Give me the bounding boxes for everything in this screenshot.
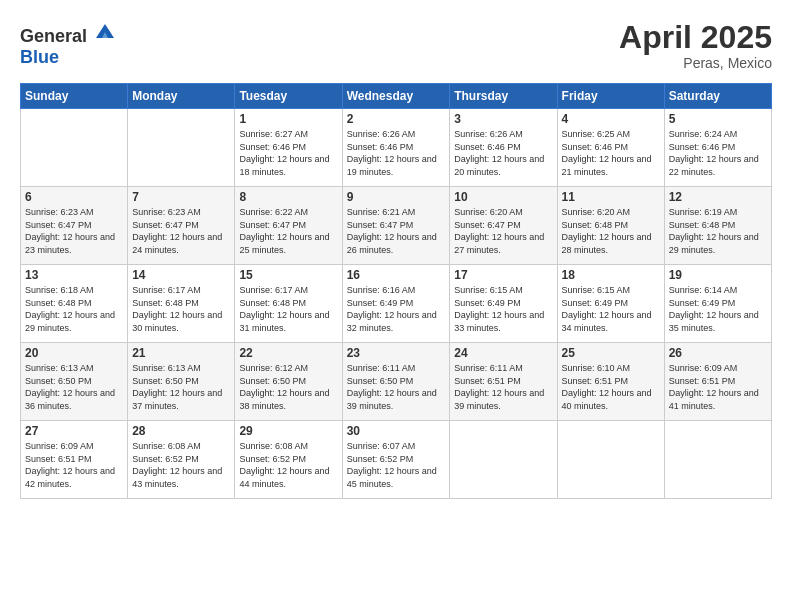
day-info: Sunrise: 6:26 AMSunset: 6:46 PMDaylight:… [347,128,446,178]
table-row: 18Sunrise: 6:15 AMSunset: 6:49 PMDayligh… [557,265,664,343]
table-row [664,421,771,499]
week-row-2: 6Sunrise: 6:23 AMSunset: 6:47 PMDaylight… [21,187,772,265]
day-info: Sunrise: 6:23 AMSunset: 6:47 PMDaylight:… [25,206,123,256]
day-info: Sunrise: 6:13 AMSunset: 6:50 PMDaylight:… [132,362,230,412]
day-number: 17 [454,268,552,282]
day-number: 7 [132,190,230,204]
day-info: Sunrise: 6:25 AMSunset: 6:46 PMDaylight:… [562,128,660,178]
week-row-4: 20Sunrise: 6:13 AMSunset: 6:50 PMDayligh… [21,343,772,421]
table-row: 9Sunrise: 6:21 AMSunset: 6:47 PMDaylight… [342,187,450,265]
table-row: 4Sunrise: 6:25 AMSunset: 6:46 PMDaylight… [557,109,664,187]
day-number: 29 [239,424,337,438]
logo-general: General [20,26,87,46]
day-info: Sunrise: 6:13 AMSunset: 6:50 PMDaylight:… [25,362,123,412]
day-info: Sunrise: 6:20 AMSunset: 6:47 PMDaylight:… [454,206,552,256]
day-number: 18 [562,268,660,282]
table-row: 17Sunrise: 6:15 AMSunset: 6:49 PMDayligh… [450,265,557,343]
day-info: Sunrise: 6:19 AMSunset: 6:48 PMDaylight:… [669,206,767,256]
table-row [21,109,128,187]
day-info: Sunrise: 6:17 AMSunset: 6:48 PMDaylight:… [239,284,337,334]
day-info: Sunrise: 6:17 AMSunset: 6:48 PMDaylight:… [132,284,230,334]
logo: General Blue [20,20,116,68]
day-number: 22 [239,346,337,360]
table-row: 3Sunrise: 6:26 AMSunset: 6:46 PMDaylight… [450,109,557,187]
day-info: Sunrise: 6:08 AMSunset: 6:52 PMDaylight:… [239,440,337,490]
day-number: 24 [454,346,552,360]
table-row: 16Sunrise: 6:16 AMSunset: 6:49 PMDayligh… [342,265,450,343]
table-row: 22Sunrise: 6:12 AMSunset: 6:50 PMDayligh… [235,343,342,421]
col-thursday: Thursday [450,84,557,109]
day-info: Sunrise: 6:07 AMSunset: 6:52 PMDaylight:… [347,440,446,490]
page: General Blue April 2025 Peras, Mexico Su… [0,0,792,612]
day-info: Sunrise: 6:21 AMSunset: 6:47 PMDaylight:… [347,206,446,256]
day-number: 5 [669,112,767,126]
table-row: 1Sunrise: 6:27 AMSunset: 6:46 PMDaylight… [235,109,342,187]
day-number: 6 [25,190,123,204]
table-row: 24Sunrise: 6:11 AMSunset: 6:51 PMDayligh… [450,343,557,421]
col-monday: Monday [128,84,235,109]
table-row: 11Sunrise: 6:20 AMSunset: 6:48 PMDayligh… [557,187,664,265]
logo-blue: Blue [20,47,59,67]
table-row: 20Sunrise: 6:13 AMSunset: 6:50 PMDayligh… [21,343,128,421]
table-row: 8Sunrise: 6:22 AMSunset: 6:47 PMDaylight… [235,187,342,265]
logo-icon [94,20,116,42]
day-number: 9 [347,190,446,204]
day-number: 11 [562,190,660,204]
col-friday: Friday [557,84,664,109]
table-row: 5Sunrise: 6:24 AMSunset: 6:46 PMDaylight… [664,109,771,187]
logo-text: General Blue [20,20,116,68]
day-info: Sunrise: 6:12 AMSunset: 6:50 PMDaylight:… [239,362,337,412]
day-info: Sunrise: 6:23 AMSunset: 6:47 PMDaylight:… [132,206,230,256]
day-info: Sunrise: 6:15 AMSunset: 6:49 PMDaylight:… [562,284,660,334]
day-number: 3 [454,112,552,126]
day-number: 10 [454,190,552,204]
day-info: Sunrise: 6:09 AMSunset: 6:51 PMDaylight:… [669,362,767,412]
day-number: 27 [25,424,123,438]
day-number: 15 [239,268,337,282]
table-row: 7Sunrise: 6:23 AMSunset: 6:47 PMDaylight… [128,187,235,265]
location-subtitle: Peras, Mexico [619,55,772,71]
day-info: Sunrise: 6:24 AMSunset: 6:46 PMDaylight:… [669,128,767,178]
day-number: 20 [25,346,123,360]
day-number: 28 [132,424,230,438]
col-saturday: Saturday [664,84,771,109]
table-row: 29Sunrise: 6:08 AMSunset: 6:52 PMDayligh… [235,421,342,499]
day-number: 16 [347,268,446,282]
table-row: 14Sunrise: 6:17 AMSunset: 6:48 PMDayligh… [128,265,235,343]
table-row: 12Sunrise: 6:19 AMSunset: 6:48 PMDayligh… [664,187,771,265]
day-info: Sunrise: 6:27 AMSunset: 6:46 PMDaylight:… [239,128,337,178]
day-info: Sunrise: 6:16 AMSunset: 6:49 PMDaylight:… [347,284,446,334]
day-info: Sunrise: 6:14 AMSunset: 6:49 PMDaylight:… [669,284,767,334]
week-row-1: 1Sunrise: 6:27 AMSunset: 6:46 PMDaylight… [21,109,772,187]
day-number: 26 [669,346,767,360]
day-number: 25 [562,346,660,360]
col-wednesday: Wednesday [342,84,450,109]
day-number: 1 [239,112,337,126]
day-number: 14 [132,268,230,282]
table-row: 26Sunrise: 6:09 AMSunset: 6:51 PMDayligh… [664,343,771,421]
day-info: Sunrise: 6:10 AMSunset: 6:51 PMDaylight:… [562,362,660,412]
month-title: April 2025 [619,20,772,55]
day-number: 12 [669,190,767,204]
table-row: 15Sunrise: 6:17 AMSunset: 6:48 PMDayligh… [235,265,342,343]
day-number: 13 [25,268,123,282]
table-row: 10Sunrise: 6:20 AMSunset: 6:47 PMDayligh… [450,187,557,265]
day-info: Sunrise: 6:18 AMSunset: 6:48 PMDaylight:… [25,284,123,334]
day-info: Sunrise: 6:15 AMSunset: 6:49 PMDaylight:… [454,284,552,334]
table-row: 27Sunrise: 6:09 AMSunset: 6:51 PMDayligh… [21,421,128,499]
day-number: 4 [562,112,660,126]
table-row [450,421,557,499]
day-info: Sunrise: 6:26 AMSunset: 6:46 PMDaylight:… [454,128,552,178]
title-area: April 2025 Peras, Mexico [619,20,772,71]
calendar-header-row: Sunday Monday Tuesday Wednesday Thursday… [21,84,772,109]
day-info: Sunrise: 6:11 AMSunset: 6:51 PMDaylight:… [454,362,552,412]
table-row: 2Sunrise: 6:26 AMSunset: 6:46 PMDaylight… [342,109,450,187]
table-row: 21Sunrise: 6:13 AMSunset: 6:50 PMDayligh… [128,343,235,421]
table-row: 28Sunrise: 6:08 AMSunset: 6:52 PMDayligh… [128,421,235,499]
table-row: 6Sunrise: 6:23 AMSunset: 6:47 PMDaylight… [21,187,128,265]
day-number: 21 [132,346,230,360]
table-row: 19Sunrise: 6:14 AMSunset: 6:49 PMDayligh… [664,265,771,343]
day-info: Sunrise: 6:11 AMSunset: 6:50 PMDaylight:… [347,362,446,412]
day-info: Sunrise: 6:20 AMSunset: 6:48 PMDaylight:… [562,206,660,256]
table-row: 30Sunrise: 6:07 AMSunset: 6:52 PMDayligh… [342,421,450,499]
